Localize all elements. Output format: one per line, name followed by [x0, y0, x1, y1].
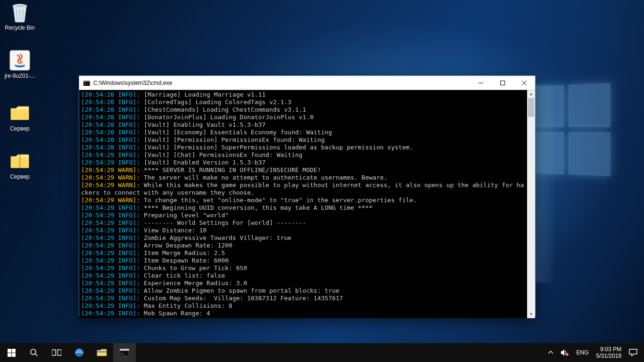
console-line: [20:54:28 INFO]: [ChestCommands] Loading…	[81, 106, 525, 114]
console-line: [20:54:28 INFO]: [Marriage] Loading Marr…	[81, 91, 525, 99]
console-line: [20:54:29 INFO]: -------- World Settings…	[81, 219, 525, 227]
console-line: [20:54:29 WARN]: The server will make no…	[81, 174, 525, 181]
svg-rect-6	[8, 349, 11, 353]
taskbar-spacer	[136, 343, 545, 362]
console-line: [20:54:28 INFO]: [Vault] [Permission] Su…	[81, 144, 525, 151]
cmd-output[interactable]: [20:54:28 INFO]: [Marriage] Loading Marr…	[79, 90, 527, 318]
cmd-system-icon: C:\	[83, 79, 91, 87]
svg-point-10	[31, 349, 36, 354]
tray-action-center-icon[interactable]	[625, 343, 641, 362]
svg-rect-9	[12, 353, 16, 357]
desktop-icon-label: Сервер	[2, 173, 38, 180]
tray-date: 5/31/2019	[596, 353, 621, 359]
recycle-bin-icon	[8, 1, 31, 24]
console-line: [20:54:29 WARN]: While this makes the ga…	[81, 181, 525, 189]
desktop-icon-jre[interactable]: jre-8u201-...	[2, 49, 38, 79]
console-line: [20:54:29 WARN]: **** SERVER IS RUNNING …	[81, 166, 525, 174]
svg-rect-3	[83, 80, 90, 82]
taskbar: >_ ENG 9:03 PM 5/31/2019	[0, 343, 644, 362]
taskbar-app-ie[interactable]	[68, 343, 91, 362]
scroll-thumb[interactable]	[528, 98, 534, 117]
wallpaper-windows-logo	[525, 83, 611, 176]
scroll-up-button[interactable]: ▲	[527, 90, 535, 98]
console-line: [20:54:29 INFO]: Max Entity Collisions: …	[81, 302, 525, 310]
console-line: [20:54:29 INFO]: Chunks to Grow per Tick…	[81, 264, 525, 272]
maximize-button[interactable]	[492, 76, 513, 90]
zip-folder-icon	[8, 150, 31, 173]
scroll-down-button[interactable]: ▼	[527, 310, 535, 318]
console-line: [20:54:29 INFO]: View Distance: 10	[81, 227, 525, 234]
desktop-icon-server-zip[interactable]: Сервер	[2, 150, 38, 180]
minimize-button[interactable]	[470, 76, 492, 90]
svg-rect-11	[52, 350, 56, 355]
close-button[interactable]	[513, 76, 535, 90]
console-line: [20:54:28 INFO]: [ColoredTags] Loading C…	[81, 99, 525, 106]
console-line: [20:54:29 INFO]: [Vault] Enabled Version…	[81, 159, 525, 166]
tray-overflow-button[interactable]	[545, 343, 557, 362]
svg-rect-7	[12, 349, 16, 353]
taskbar-app-explorer[interactable]	[91, 343, 113, 362]
console-line: [20:54:29 INFO]: Mob Spawn Range: 4	[81, 310, 525, 317]
svg-rect-16	[120, 349, 129, 351]
console-line: [20:54:29 INFO]: **** Beginning UUID con…	[81, 204, 525, 212]
tray-language[interactable]: ENG	[573, 343, 593, 362]
desktop-icon-server-folder-1[interactable]: Сервер	[2, 102, 38, 132]
java-icon	[8, 49, 31, 72]
console-line: [20:54:29 INFO]: Zombie Aggressive Towar…	[81, 234, 525, 242]
search-button[interactable]	[23, 343, 45, 362]
console-line: [20:54:29 INFO]: Clear tick list: false	[81, 272, 525, 280]
svg-text:C:\: C:\	[84, 82, 90, 86]
console-line: [20:54:29 INFO]: Allow Zombie Pigmen to …	[81, 287, 525, 295]
svg-text:>_: >_	[121, 352, 125, 356]
console-line: [20:54:29 INFO]: Experience Merge Radius…	[81, 280, 525, 287]
console-line: [20:54:29 INFO]: Custom Map Seeds: Villa…	[81, 295, 525, 302]
console-line: [20:54:29 INFO]: Preparing level "world"	[81, 212, 525, 219]
svg-rect-14	[97, 351, 107, 353]
taskbar-app-cmd[interactable]: >_	[113, 343, 136, 362]
console-line: ckers to connect with any username they …	[81, 189, 525, 197]
tray-volume-icon[interactable]	[557, 343, 573, 362]
svg-rect-5	[501, 81, 505, 85]
console-line: [20:54:28 INFO]: [DonatorJoinPlus] Loadi…	[81, 114, 525, 121]
cmd-title-text: C:\Windows\system32\cmd.exe	[93, 80, 470, 86]
scroll-track[interactable]	[527, 98, 535, 310]
cmd-titlebar[interactable]: C:\ C:\Windows\system32\cmd.exe	[79, 76, 535, 90]
cmd-window: C:\ C:\Windows\system32\cmd.exe [20:54:2…	[79, 75, 536, 316]
task-view-button[interactable]	[45, 343, 68, 362]
console-line: [20:54:29 INFO]: Item Despawn Rate: 6000	[81, 257, 525, 264]
folder-icon	[8, 102, 31, 124]
desktop-icon-label: Сервер	[2, 125, 38, 132]
cmd-scrollbar[interactable]: ▲ ▼	[527, 90, 535, 318]
console-line: [20:54:28 INFO]: [Vault] [Economy] Essen…	[81, 129, 525, 136]
desktop-icon-label: jre-8u201-...	[2, 73, 38, 79]
console-line: [20:54:29 INFO]: Arrow Despawn Rate: 120…	[81, 242, 525, 249]
start-button[interactable]	[0, 343, 23, 362]
console-line: [20:54:28 INFO]: [Vault] [Permission] Pe…	[81, 136, 525, 144]
svg-rect-8	[8, 353, 11, 357]
tray-time: 9:03 PM	[596, 346, 621, 353]
console-line: [20:54:29 WARN]: To change this, set "on…	[81, 197, 525, 204]
desktop-icon-recycle-bin[interactable]: Recycle Bin	[2, 1, 38, 31]
console-line: [20:54:29 INFO]: Item Merge Radius: 2.5	[81, 249, 525, 257]
desktop-icon-label: Recycle Bin	[2, 25, 38, 31]
console-line: [20:54:28 INFO]: [Vault] Enabling Vault …	[81, 121, 525, 129]
tray-clock[interactable]: 9:03 PM 5/31/2019	[593, 346, 625, 359]
tray-language-text: ENG	[577, 349, 589, 356]
svg-rect-12	[58, 350, 61, 355]
console-line: [20:54:29 INFO]: [Vault] [Chat] Permissi…	[81, 151, 525, 159]
